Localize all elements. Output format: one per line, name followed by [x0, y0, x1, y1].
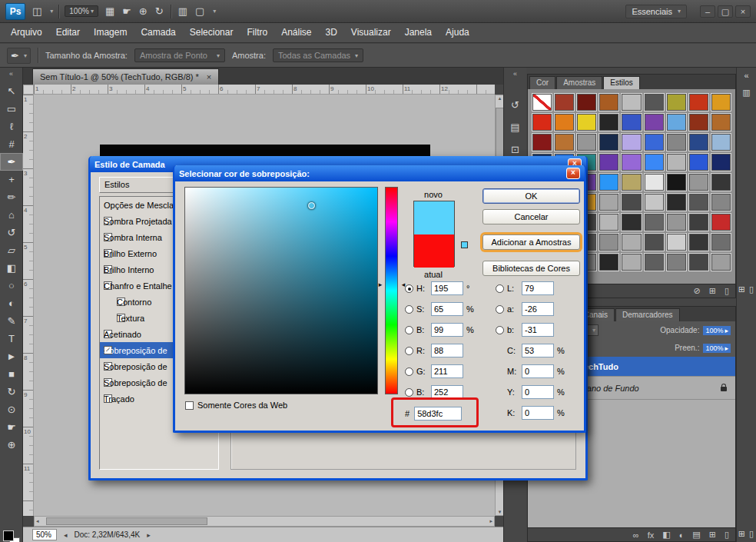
delete-style-icon[interactable]: ▯ [724, 286, 729, 296]
style-swatch[interactable] [711, 173, 731, 191]
style-swatch[interactable] [621, 133, 642, 151]
status-zoom-field[interactable]: 50% [32, 529, 57, 540]
properties-panel-icon[interactable]: ▤ [510, 121, 519, 133]
scroll-right-icon[interactable]: ▸ [489, 518, 492, 524]
scroll-down-icon[interactable]: ▾ [499, 509, 502, 515]
color-value-input[interactable] [522, 385, 554, 399]
style-swatch[interactable] [644, 153, 665, 171]
style-swatch[interactable] [644, 133, 665, 151]
style-swatch[interactable] [576, 113, 597, 131]
panel-tab[interactable]: Demarcadores [615, 308, 680, 321]
sample-select[interactable]: Todas as Camadas ▾ [273, 48, 363, 62]
style-swatch[interactable] [711, 153, 731, 171]
shape-tool[interactable]: ■ [0, 365, 23, 383]
color-mode-radio[interactable] [496, 305, 504, 314]
delete-layer-icon[interactable]: ▯ [724, 530, 729, 540]
zoom-level-field[interactable]: 100% ▾ [65, 5, 98, 17]
lasso-tool[interactable]: ℓ [0, 118, 23, 135]
style-swatch[interactable] [598, 193, 619, 211]
new-item-icon[interactable]: ⊞ [738, 529, 745, 539]
link-layers-icon[interactable]: ∞ [633, 530, 639, 540]
panel-tab[interactable]: Estilos [603, 76, 639, 89]
view-extras-icon[interactable]: ▦ [104, 5, 116, 17]
menu-item[interactable]: Filtro [240, 23, 274, 42]
style-swatch[interactable] [598, 153, 619, 171]
color-mode-radio[interactable] [405, 305, 413, 314]
style-swatch[interactable] [621, 173, 642, 191]
style-swatch[interactable] [598, 213, 619, 231]
style-swatch[interactable] [554, 133, 575, 151]
type-tool[interactable]: T [0, 330, 23, 347]
zoom-tool[interactable]: ⊕ [0, 436, 23, 454]
style-swatch[interactable] [688, 253, 709, 271]
web-colors-option[interactable]: Somente Cores da Web [185, 401, 287, 410]
style-swatch[interactable] [666, 133, 687, 151]
style-swatch[interactable] [598, 113, 619, 131]
style-swatch[interactable] [688, 153, 709, 171]
path-selection-tool[interactable]: ► [0, 347, 23, 365]
style-swatch[interactable] [644, 193, 665, 211]
style-swatch[interactable] [598, 93, 619, 111]
menu-item[interactable]: Imagem [87, 23, 134, 42]
style-swatch[interactable] [598, 173, 619, 191]
style-swatch[interactable] [666, 173, 687, 191]
hue-slider-left-pointer-icon[interactable]: ▸ [376, 281, 384, 288]
style-swatch[interactable] [666, 113, 687, 131]
style-swatch[interactable] [598, 233, 619, 251]
style-swatch[interactable] [621, 253, 642, 271]
dodge-tool[interactable]: ◐ [0, 294, 23, 312]
style-swatch[interactable] [576, 133, 597, 151]
eyedropper-tool[interactable]: ✒ [0, 153, 23, 171]
style-swatch[interactable] [711, 233, 731, 251]
cancel-button[interactable]: Cancelar [482, 209, 580, 224]
hand-icon[interactable]: ☛ [121, 5, 133, 17]
new-style-icon[interactable]: ⊞ [709, 286, 716, 296]
foreground-color-chip[interactable] [3, 530, 14, 541]
style-swatch[interactable] [666, 233, 687, 251]
eraser-tool[interactable]: ▱ [0, 241, 23, 259]
close-button[interactable]: × [735, 5, 751, 18]
panel-tab[interactable]: Amostras [556, 76, 602, 89]
color-mode-radio[interactable] [405, 388, 413, 397]
menu-item[interactable]: Camada [134, 23, 182, 42]
collapse-tools-icon[interactable]: « [0, 68, 22, 82]
color-value-input[interactable] [431, 302, 463, 316]
color-value-input[interactable] [522, 406, 554, 420]
adjustment-layer-icon[interactable]: ◐ [679, 530, 685, 540]
delete-item-icon[interactable]: ▯ [749, 529, 754, 539]
color-mode-radio[interactable] [405, 347, 413, 355]
color-value-input[interactable] [522, 323, 554, 337]
hand-tool[interactable]: ☛ [0, 418, 23, 436]
menu-item[interactable]: Janela [398, 23, 439, 42]
style-swatch[interactable] [688, 193, 709, 211]
color-value-input[interactable] [522, 281, 554, 295]
3d-orbit-tool[interactable]: ⊙ [0, 401, 23, 418]
color-picker-titlebar[interactable]: Selecionar cor de sobreposição: × [174, 165, 585, 181]
menu-item[interactable]: Análise [274, 23, 318, 42]
color-value-input[interactable] [522, 302, 554, 316]
layer-group-icon[interactable]: ▤ [692, 530, 700, 540]
clone-stamp-tool[interactable]: ⌂ [0, 206, 23, 224]
color-value-input[interactable] [522, 364, 554, 378]
style-swatch[interactable] [644, 213, 665, 231]
history-brush-tool[interactable]: ↺ [0, 224, 23, 241]
clone-source-panel-icon[interactable]: ⊡ [511, 144, 519, 155]
style-swatch[interactable] [688, 213, 709, 231]
color-value-input[interactable] [431, 364, 463, 378]
style-swatch[interactable] [621, 213, 642, 231]
style-swatch[interactable] [644, 113, 665, 131]
style-swatch[interactable] [621, 153, 642, 171]
screen-mode-icon[interactable]: ▢ [194, 5, 206, 17]
status-right-arrow-icon[interactable]: ▸ [147, 531, 151, 539]
layer-name[interactable]: Plano de Fundo [579, 384, 639, 393]
move-tool[interactable]: ↖ [0, 82, 23, 100]
add-swatches-button[interactable]: Adicionar a Amostras [482, 234, 580, 250]
style-swatch[interactable] [666, 93, 687, 111]
crop-tool[interactable]: # [0, 135, 23, 153]
expand-dock-icon[interactable]: « [504, 68, 526, 82]
status-left-arrow-icon[interactable]: ◂ [64, 531, 68, 539]
style-swatch[interactable] [621, 233, 642, 251]
brush-tool[interactable]: ✏ [0, 188, 23, 206]
style-swatch[interactable] [688, 113, 709, 131]
style-swatch[interactable] [711, 93, 731, 111]
